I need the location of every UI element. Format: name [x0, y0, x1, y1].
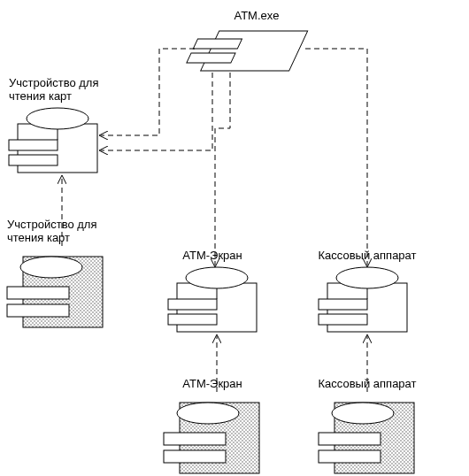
node-card-reader-interface: Учстройство для чтения карт — [9, 76, 98, 173]
node-screen-component: ATM-Экран — [164, 377, 259, 473]
svg-rect-12 — [201, 31, 308, 71]
node-atm-exe: ATM.exe — [183, 9, 308, 71]
component-diagram: ATM.exe Учстройство для чтения карт Учст… — [0, 0, 469, 476]
dep-atm-to-cardreader — [101, 49, 195, 135]
label-screen-comp: ATM-Экран — [182, 377, 242, 390]
label-card-reader-iface-2: чтения карт — [9, 89, 72, 103]
svg-rect-14 — [187, 53, 235, 63]
label-card-reader-comp-2: чтения карт — [7, 231, 70, 244]
label-card-reader-iface-1: Учстройство для — [9, 76, 98, 89]
label-screen-iface: ATM-Экран — [182, 249, 242, 262]
node-screen-interface: ATM-Экран — [168, 249, 257, 332]
dep-atm-to-cardreader-2 — [101, 73, 212, 150]
label-atm-exe: ATM.exe — [234, 9, 279, 22]
label-card-reader-comp-1: Учстройство для — [7, 218, 96, 231]
node-card-reader-component: Учстройство для чтения карт — [7, 218, 103, 327]
dep-atm-to-cash — [305, 49, 367, 265]
dep-atm-to-screen — [215, 73, 230, 265]
svg-rect-13 — [193, 39, 242, 49]
